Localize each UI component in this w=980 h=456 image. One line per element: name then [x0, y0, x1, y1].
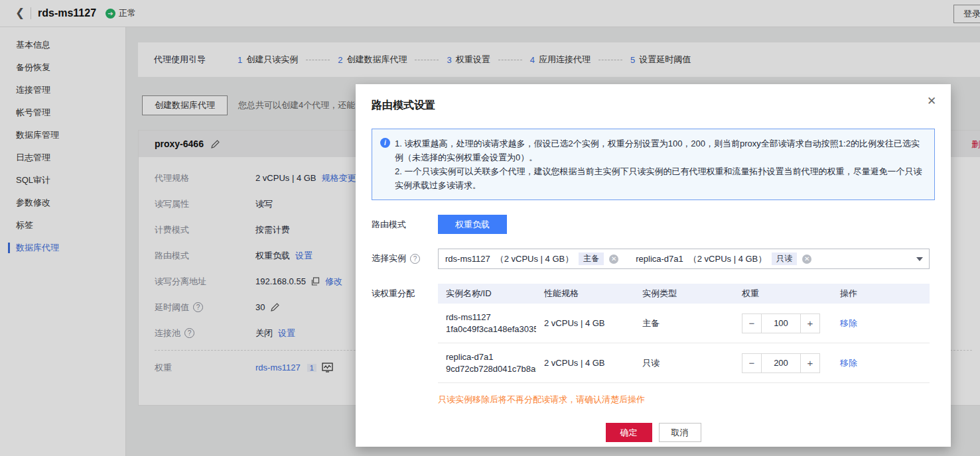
weight-stepper: − + — [742, 314, 820, 333]
table-row: rds-ms1127 1fa0c49f3ca148efa30358e 2 vCP… — [438, 304, 930, 343]
select-instance-row: 选择实例 ? rds-ms1127 （2 vCPUs | 4 GB） 主备 ✕ … — [372, 249, 935, 269]
row-instance-name: replica-d7a1 — [446, 351, 536, 363]
remove-tag-icon[interactable]: ✕ — [609, 255, 618, 264]
row-spec: 2 vCPUs | 4 GB — [536, 358, 634, 368]
decrement-button[interactable]: − — [742, 354, 762, 372]
col-spec: 性能规格 — [536, 288, 634, 300]
remove-link[interactable]: 移除 — [840, 358, 857, 368]
info-line-2: 2. 一个只读实例可以关联多个代理，建议您根据当前主实例下只读实例的已有代理权重… — [395, 164, 925, 192]
row-instance-name: rds-ms1127 — [446, 312, 536, 323]
weight-input[interactable] — [762, 314, 800, 333]
close-icon[interactable]: ✕ — [924, 93, 939, 108]
select-instance-label: 选择实例 — [372, 253, 406, 264]
row-instance-id: 9cd72cb728d041c7b8a63 — [446, 363, 536, 375]
instance-select[interactable]: rds-ms1127 （2 vCPUs | 4 GB） 主备 ✕ replica… — [438, 249, 930, 269]
weight-table: 实例名称/ID 性能规格 实例类型 权重 操作 rds-ms1127 1fa0c… — [438, 284, 930, 383]
row-type: 主备 — [634, 317, 734, 329]
weight-load-button[interactable]: 权重负载 — [438, 215, 507, 234]
tag-spec: （2 vCPUs | 4 GB） — [496, 253, 574, 265]
ok-button[interactable]: 确定 — [606, 423, 652, 442]
col-instance-id: 实例名称/ID — [438, 288, 536, 300]
weight-table-label: 读权重分配 — [372, 284, 438, 383]
instance-tag-replica: replica-d7a1 （2 vCPUs | 4 GB） 只读 ✕ — [636, 253, 811, 265]
table-row: replica-d7a1 9cd72cb728d041c7b8a63 2 vCP… — [438, 343, 930, 383]
tag-name: replica-d7a1 — [636, 254, 683, 264]
tag-type-badge: 主备 — [579, 253, 604, 265]
row-instance-id: 1fa0c49f3ca148efa30358e — [446, 323, 536, 335]
weight-stepper: − + — [742, 353, 820, 373]
info-icon: i — [380, 138, 390, 148]
increment-button[interactable]: + — [800, 314, 819, 333]
row-spec: 2 vCPUs | 4 GB — [536, 318, 634, 328]
tag-spec: （2 vCPUs | 4 GB） — [689, 253, 767, 265]
col-action: 操作 — [832, 288, 930, 300]
remove-tag-icon[interactable]: ✕ — [802, 255, 811, 264]
decrement-button[interactable]: − — [742, 314, 762, 333]
help-icon[interactable]: ? — [410, 254, 420, 264]
route-mode-label: 路由模式 — [372, 215, 438, 234]
dialog-title: 路由模式设置 — [372, 99, 935, 113]
col-type: 实例类型 — [634, 288, 734, 300]
route-mode-row: 路由模式 权重负载 — [372, 215, 935, 234]
dialog-actions: 确定 取消 — [372, 423, 935, 442]
tag-name: rds-ms1127 — [445, 254, 490, 264]
tag-type-badge: 只读 — [772, 253, 797, 265]
row-type: 只读 — [634, 357, 734, 369]
weight-input[interactable] — [762, 354, 800, 372]
chevron-down-icon[interactable] — [916, 257, 923, 261]
route-mode-dialog: ✕ 路由模式设置 i 1. 读权重越高，处理的读请求越多，假设已选2个实例，权重… — [356, 84, 951, 447]
info-banner: i 1. 读权重越高，处理的读请求越多，假设已选2个实例，权重分别设置为100，… — [372, 129, 935, 200]
cancel-button[interactable]: 取消 — [659, 423, 701, 442]
instance-tag-primary: rds-ms1127 （2 vCPUs | 4 GB） 主备 ✕ — [445, 253, 618, 265]
info-line-1: 1. 读权重越高，处理的读请求越多，假设已选2个实例，权重分别设置为100，20… — [395, 137, 925, 164]
increment-button[interactable]: + — [800, 354, 819, 372]
col-weight: 权重 — [734, 288, 832, 300]
remove-link[interactable]: 移除 — [840, 318, 857, 328]
table-header: 实例名称/ID 性能规格 实例类型 权重 操作 — [438, 284, 930, 304]
remove-warning-text: 只读实例移除后将不再分配读请求，请确认清楚后操作 — [438, 394, 935, 406]
weight-table-row: 读权重分配 实例名称/ID 性能规格 实例类型 权重 操作 rds-ms1127… — [372, 284, 935, 383]
